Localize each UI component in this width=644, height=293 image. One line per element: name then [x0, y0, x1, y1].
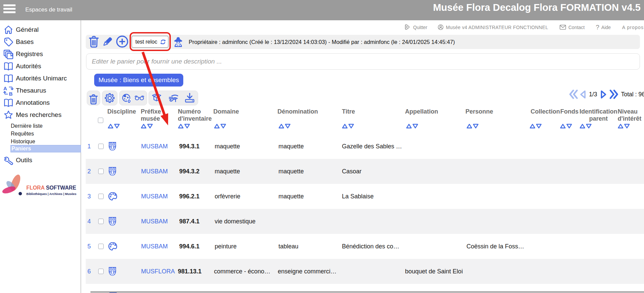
- svg-text:Bibliothèques | Archives | Mus: Bibliothèques | Archives | Musées: [26, 192, 76, 196]
- svg-text:FLORA SOFTWARE: FLORA SOFTWARE: [26, 185, 76, 191]
